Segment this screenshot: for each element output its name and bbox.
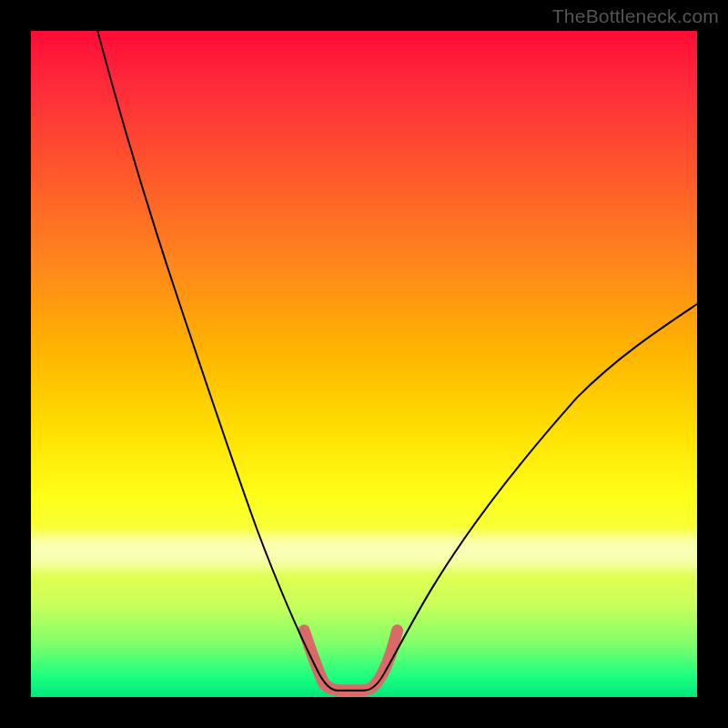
plot-area: [31, 31, 697, 697]
curve-layer: [31, 31, 697, 697]
curve-path: [97, 31, 697, 691]
watermark-text: TheBottleneck.com: [552, 5, 719, 27]
chart-frame: TheBottleneck.com: [0, 0, 728, 728]
valley-highlight-path: [304, 631, 397, 691]
